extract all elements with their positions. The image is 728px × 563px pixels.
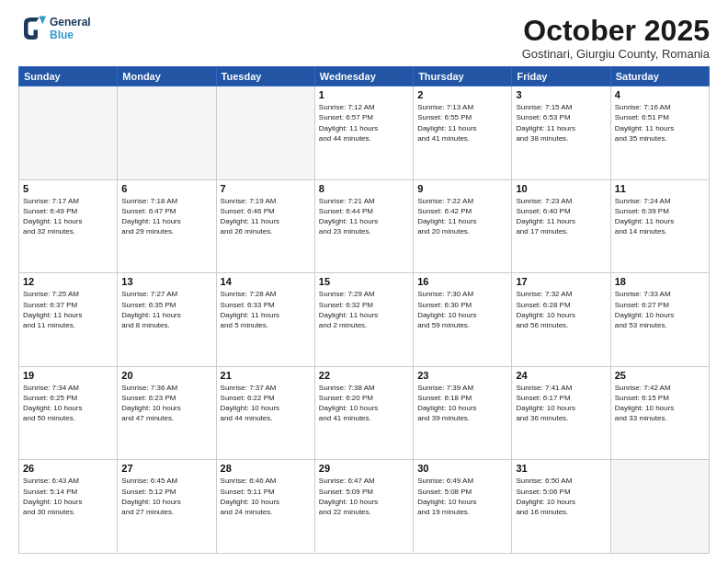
day-cell: 10Sunrise: 7:23 AMSunset: 6:40 PMDayligh… <box>512 179 610 273</box>
cell-content: Sunrise: 7:27 AM <box>121 289 211 299</box>
day-number: 22 <box>319 370 409 381</box>
day-number: 13 <box>121 276 211 287</box>
cell-content: Sunrise: 7:36 AM <box>121 383 211 393</box>
day-cell <box>610 460 709 554</box>
col-monday: Monday <box>118 67 216 86</box>
cell-content: Sunset: 6:28 PM <box>516 300 606 310</box>
day-cell: 16Sunrise: 7:30 AMSunset: 6:30 PMDayligh… <box>414 273 512 367</box>
cell-content: Sunrise: 7:33 AM <box>615 289 705 299</box>
day-number: 10 <box>516 183 606 194</box>
col-wednesday: Wednesday <box>314 67 413 86</box>
day-number: 25 <box>615 370 705 381</box>
cell-content: Daylight: 11 hours <box>319 216 409 226</box>
cell-content: Sunset: 6:17 PM <box>516 393 606 403</box>
cell-content: Daylight: 11 hours <box>516 123 606 133</box>
cell-content: and 24 minutes. <box>221 507 311 517</box>
day-number: 3 <box>516 89 606 100</box>
col-thursday: Thursday <box>414 67 512 86</box>
cell-content: Sunset: 6:40 PM <box>516 206 606 216</box>
cell-content: Sunset: 6:25 PM <box>23 393 113 403</box>
week-row-1: 5Sunrise: 7:17 AMSunset: 6:49 PMDaylight… <box>19 179 710 273</box>
cell-content: and 44 minutes. <box>221 413 311 423</box>
day-number: 14 <box>221 276 311 287</box>
cell-content: Daylight: 11 hours <box>615 216 705 226</box>
cell-content: Sunrise: 7:29 AM <box>319 289 409 299</box>
week-row-2: 12Sunrise: 7:25 AMSunset: 6:37 PMDayligh… <box>19 273 710 367</box>
day-cell: 30Sunrise: 6:49 AMSunset: 5:08 PMDayligh… <box>414 460 512 554</box>
cell-content: Sunset: 6:15 PM <box>615 393 705 403</box>
cell-content: Sunrise: 7:18 AM <box>121 196 211 206</box>
cell-content: and 44 minutes. <box>319 133 409 144</box>
day-number: 27 <box>121 463 211 474</box>
day-number: 30 <box>417 463 507 474</box>
cell-content: Daylight: 10 hours <box>615 310 705 320</box>
col-tuesday: Tuesday <box>216 67 314 86</box>
day-number: 12 <box>23 276 113 287</box>
cell-content: Sunset: 6:22 PM <box>221 393 311 403</box>
day-cell: 29Sunrise: 6:47 AMSunset: 5:09 PMDayligh… <box>314 460 413 554</box>
cell-content: and 38 minutes. <box>516 133 606 144</box>
cell-content: Sunset: 5:11 PM <box>221 487 311 497</box>
cell-content: Daylight: 10 hours <box>319 497 409 507</box>
cell-content: and 17 minutes. <box>516 226 606 236</box>
cell-content: Daylight: 11 hours <box>121 216 211 226</box>
cell-content: Daylight: 11 hours <box>23 216 113 226</box>
cell-content: Daylight: 10 hours <box>615 403 705 413</box>
cell-content: Daylight: 10 hours <box>121 403 211 413</box>
calendar-header: Sunday Monday Tuesday Wednesday Thursday… <box>19 67 710 86</box>
cell-content: Sunset: 6:18 PM <box>417 393 507 403</box>
day-cell: 7Sunrise: 7:19 AMSunset: 6:46 PMDaylight… <box>216 179 314 273</box>
cell-content: Sunset: 6:32 PM <box>319 300 409 310</box>
cell-content: Sunset: 6:33 PM <box>221 300 311 310</box>
cell-content: Sunrise: 7:22 AM <box>417 196 507 206</box>
cell-content: Daylight: 10 hours <box>221 403 311 413</box>
day-number: 17 <box>516 276 606 287</box>
cell-content: Sunrise: 7:28 AM <box>221 289 311 299</box>
logo: General Blue <box>18 15 91 42</box>
cell-content: Sunrise: 6:50 AM <box>516 476 606 486</box>
day-number: 21 <box>221 370 311 381</box>
cell-content: and 27 minutes. <box>121 507 211 517</box>
cell-content: and 2 minutes. <box>319 320 409 330</box>
day-cell: 6Sunrise: 7:18 AMSunset: 6:47 PMDaylight… <box>118 179 216 273</box>
cell-content: Sunset: 6:57 PM <box>319 112 409 122</box>
day-cell: 13Sunrise: 7:27 AMSunset: 6:35 PMDayligh… <box>118 273 216 367</box>
cell-content: and 59 minutes. <box>417 320 507 330</box>
day-number: 24 <box>516 370 606 381</box>
day-cell: 22Sunrise: 7:38 AMSunset: 6:20 PMDayligh… <box>314 366 413 460</box>
day-cell: 31Sunrise: 6:50 AMSunset: 5:06 PMDayligh… <box>512 460 610 554</box>
day-cell: 17Sunrise: 7:32 AMSunset: 6:28 PMDayligh… <box>512 273 610 367</box>
day-cell: 11Sunrise: 7:24 AMSunset: 6:39 PMDayligh… <box>610 179 709 273</box>
cell-content: Sunrise: 6:49 AM <box>417 476 507 486</box>
cell-content: and 41 minutes. <box>417 133 507 144</box>
day-cell: 3Sunrise: 7:15 AMSunset: 6:53 PMDaylight… <box>512 86 610 180</box>
cell-content: Sunrise: 7:30 AM <box>417 289 507 299</box>
cell-content: and 29 minutes. <box>121 226 211 236</box>
cell-content: Sunrise: 7:16 AM <box>615 102 705 112</box>
day-cell: 28Sunrise: 6:46 AMSunset: 5:11 PMDayligh… <box>216 460 314 554</box>
cell-content: Daylight: 10 hours <box>23 497 113 507</box>
logo-blue: Blue <box>50 29 91 41</box>
cell-content: and 39 minutes. <box>417 413 507 423</box>
cell-content: and 50 minutes. <box>23 413 113 423</box>
cell-content: Sunset: 6:49 PM <box>23 206 113 216</box>
day-cell: 25Sunrise: 7:42 AMSunset: 6:15 PMDayligh… <box>610 366 709 460</box>
cell-content: Sunset: 6:46 PM <box>221 206 311 216</box>
day-number: 31 <box>516 463 606 474</box>
cell-content: Daylight: 11 hours <box>121 310 211 320</box>
cell-content: and 30 minutes. <box>23 507 113 517</box>
day-cell: 15Sunrise: 7:29 AMSunset: 6:32 PMDayligh… <box>314 273 413 367</box>
day-cell: 26Sunrise: 6:43 AMSunset: 5:14 PMDayligh… <box>19 460 118 554</box>
cell-content: and 23 minutes. <box>319 226 409 236</box>
cell-content: Daylight: 10 hours <box>417 310 507 320</box>
day-number: 16 <box>417 276 507 287</box>
cell-content: and 5 minutes. <box>221 320 311 330</box>
col-friday: Friday <box>512 67 610 86</box>
day-cell: 9Sunrise: 7:22 AMSunset: 6:42 PMDaylight… <box>414 179 512 273</box>
cell-content: Sunrise: 7:15 AM <box>516 102 606 112</box>
logo-general: General <box>50 16 91 29</box>
cell-content: Sunrise: 7:38 AM <box>319 383 409 393</box>
day-number: 7 <box>221 183 311 194</box>
day-cell: 21Sunrise: 7:37 AMSunset: 6:22 PMDayligh… <box>216 366 314 460</box>
cell-content: Daylight: 11 hours <box>319 123 409 133</box>
